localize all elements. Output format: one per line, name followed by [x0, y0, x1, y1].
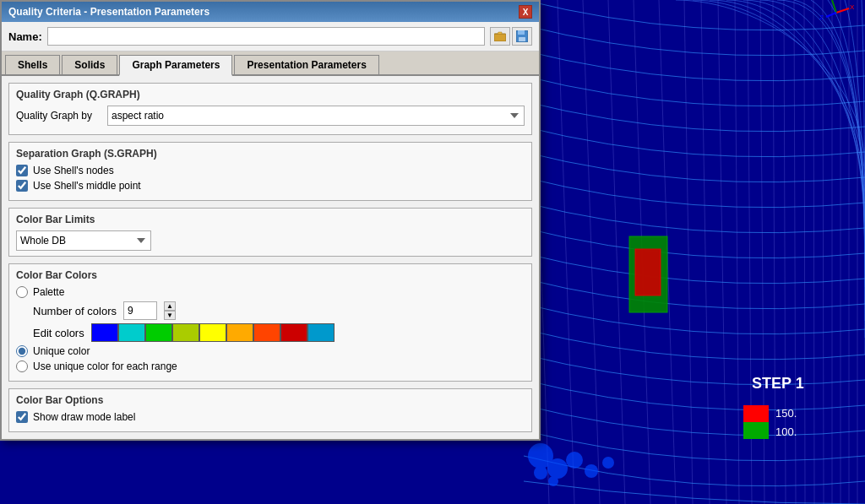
svg-text:STEP 1: STEP 1: [752, 375, 804, 392]
swatch-8[interactable]: [307, 323, 335, 342]
edit-colors-row: Edit colors: [33, 323, 525, 342]
name-label: Name:: [8, 30, 42, 43]
spin-down-button[interactable]: ▼: [164, 311, 176, 320]
svg-rect-46: [518, 30, 525, 35]
color-bar-colors-title: Color Bar Colors: [16, 269, 525, 281]
show-draw-mode-row: Show draw mode label: [16, 411, 525, 423]
use-shells-middle-point-row: Use Shell's middle point: [16, 180, 525, 192]
spin-up-button[interactable]: ▲: [164, 301, 176, 311]
unique-each-range-label: Use unique color for each range: [33, 360, 177, 372]
close-button[interactable]: X: [519, 5, 532, 19]
svg-rect-40: [743, 422, 769, 439]
svg-text:Z: Z: [819, 14, 824, 21]
tab-solids[interactable]: Solids: [62, 55, 117, 74]
unique-color-label: Unique color: [33, 345, 90, 357]
palette-label: Palette: [33, 286, 64, 298]
title-bar: Quality Criteria - Presentation Paramete…: [2, 2, 539, 22]
swatch-3[interactable]: [172, 323, 199, 342]
color-bar-colors-section: Color Bar Colors Palette Number of color…: [8, 263, 532, 382]
swatch-0[interactable]: [91, 323, 118, 342]
edit-colors-label: Edit colors: [33, 327, 84, 339]
svg-rect-44: [494, 34, 506, 41]
swatch-6[interactable]: [253, 323, 280, 342]
svg-point-28: [585, 464, 598, 478]
use-shells-middle-point-checkbox[interactable]: [16, 180, 28, 192]
color-bar-options-section: Color Bar Options Show draw mode label: [8, 388, 532, 432]
swatch-5[interactable]: [226, 323, 253, 342]
svg-text:100.: 100.: [775, 425, 797, 438]
folder-icon-button[interactable]: [490, 27, 510, 46]
num-colors-row: Number of colors ▲ ▼: [33, 301, 525, 320]
name-input[interactable]: [47, 27, 485, 46]
use-shells-nodes-checkbox[interactable]: [16, 165, 28, 176]
num-colors-input[interactable]: [123, 301, 157, 320]
tab-presentation-parameters[interactable]: Presentation Parameters: [234, 55, 378, 74]
svg-rect-39: [743, 405, 769, 422]
color-bar-limits-title: Color Bar Limits: [16, 214, 525, 225]
quality-graph-dropdown[interactable]: aspect ratio skewness warping taper jaco…: [107, 106, 525, 126]
color-bar-limits-section: Color Bar Limits Whole DB Current Step U…: [8, 208, 532, 257]
name-row: Name:: [2, 22, 539, 51]
svg-text:150.: 150.: [775, 407, 797, 420]
svg-point-31: [548, 476, 558, 486]
name-icons: [490, 27, 532, 46]
color-bar-limits-dropdown[interactable]: Whole DB Current Step User Defined: [16, 230, 151, 251]
swatch-4[interactable]: [199, 323, 226, 342]
use-shells-nodes-row: Use Shell's nodes: [16, 165, 525, 176]
dialog-title: Quality Criteria - Presentation Paramete…: [8, 6, 209, 18]
num-colors-spinner: ▲ ▼: [164, 301, 176, 320]
separation-graph-section: Separation Graph (S.GRAPH) Use Shell's n…: [8, 142, 532, 201]
swatch-7[interactable]: [280, 323, 307, 342]
svg-text:Y: Y: [830, 0, 835, 1]
tab-content: Quality Graph (Q.GRAPH) Quality Graph by…: [2, 76, 539, 439]
quality-graph-by-label: Quality Graph by: [16, 110, 101, 122]
unique-color-radio[interactable]: [16, 345, 28, 357]
unique-each-range-radio[interactable]: [16, 360, 28, 372]
separation-graph-title: Separation Graph (S.GRAPH): [16, 148, 525, 160]
show-draw-mode-checkbox[interactable]: [16, 411, 28, 423]
tab-shells[interactable]: Shells: [5, 55, 60, 74]
palette-row: Palette: [16, 286, 525, 298]
save-icon-button[interactable]: [512, 27, 532, 46]
show-draw-mode-label: Show draw mode label: [33, 411, 135, 423]
tab-graph-parameters[interactable]: Graph Parameters: [119, 55, 232, 76]
quality-graph-row: Quality Graph by aspect ratio skewness w…: [16, 106, 525, 126]
svg-point-29: [602, 457, 614, 469]
svg-rect-24: [635, 249, 661, 295]
svg-point-30: [534, 466, 547, 480]
quality-graph-section: Quality Graph (Q.GRAPH) Quality Graph by…: [8, 83, 532, 135]
svg-point-27: [566, 452, 583, 469]
color-bar-options-title: Color Bar Options: [16, 394, 525, 406]
use-shells-nodes-label: Use Shell's nodes: [33, 165, 114, 176]
use-shells-middle-point-label: Use Shell's middle point: [33, 180, 141, 192]
tabs-container: Shells Solids Graph Parameters Presentat…: [2, 51, 539, 76]
color-swatches[interactable]: [91, 323, 335, 342]
unique-each-range-row: Use unique color for each range: [16, 360, 525, 372]
num-colors-label: Number of colors: [33, 305, 117, 317]
swatch-1[interactable]: [118, 323, 145, 342]
palette-radio[interactable]: [16, 286, 28, 298]
swatch-2[interactable]: [145, 323, 172, 342]
svg-point-26: [547, 458, 568, 479]
unique-color-row: Unique color: [16, 345, 525, 357]
svg-text:X: X: [850, 3, 855, 11]
svg-rect-47: [519, 37, 525, 41]
quality-criteria-dialog: Quality Criteria - Presentation Paramete…: [0, 0, 541, 441]
quality-graph-title: Quality Graph (Q.GRAPH): [16, 89, 525, 100]
